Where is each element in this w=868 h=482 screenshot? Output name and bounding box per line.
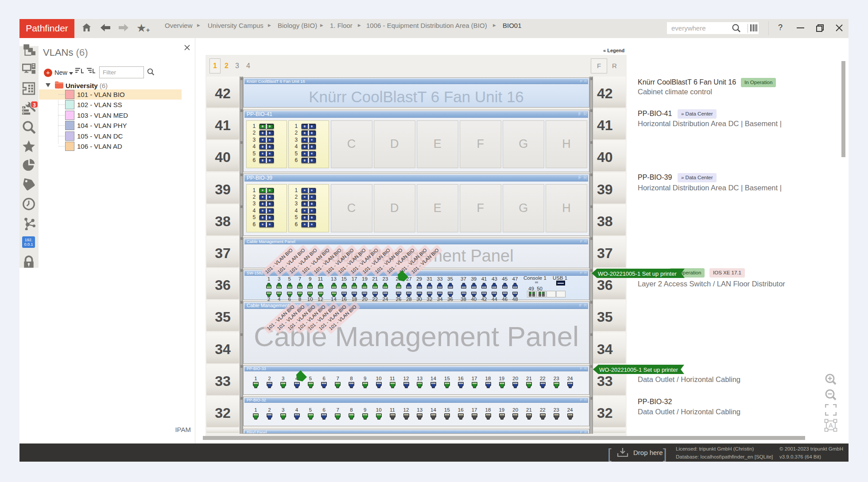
svg-text:A: A: [829, 422, 833, 429]
